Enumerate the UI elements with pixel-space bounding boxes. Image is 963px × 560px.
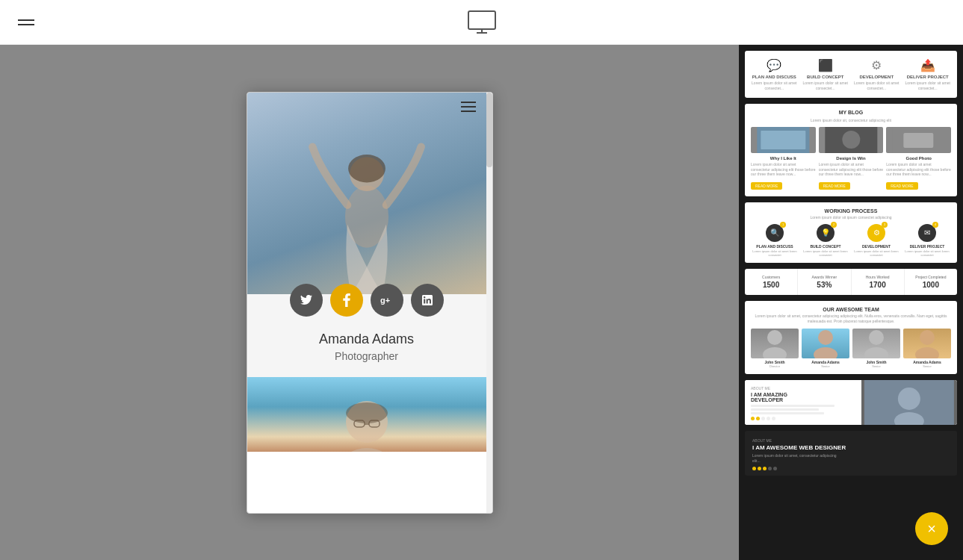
svg-point-24	[864, 347, 888, 358]
preview-card2	[247, 377, 486, 452]
fab-close-button[interactable]: ×	[915, 512, 948, 545]
linkedin-button[interactable]	[411, 284, 444, 317]
svg-point-9	[346, 402, 388, 423]
preview-scrollbar[interactable]	[486, 93, 492, 513]
blog-img-3	[886, 127, 951, 153]
blog-cap-2: Design Is Win Lorem ipsum dolor sit amet…	[819, 156, 884, 190]
stat-projects: Project Completed 1000	[905, 269, 957, 295]
svg-point-20	[763, 347, 787, 358]
team-member-2: Amanda Adams Senior	[802, 329, 849, 368]
block-card-blog[interactable]: MY BLOG Lorem ipsum dolor sit, consectet…	[745, 104, 957, 196]
preview-inner: g+ Amanda Adams Photographer	[247, 93, 486, 513]
svg-point-25	[920, 330, 935, 345]
blog-cap-3: Good Photo Lorem ipsum dolor sit amet co…	[886, 156, 951, 190]
team-member-3: John Smith Senior	[852, 329, 900, 368]
svg-rect-0	[468, 11, 495, 29]
social-icons: g+	[290, 284, 444, 317]
hero-image: g+	[247, 93, 486, 294]
process-item-3: ⚙ 3 DEVELOPMENT Lorem ipsum dolor sit am…	[852, 224, 900, 257]
process-item-2: 💡 2 BUILD CONCEPT Lorem ipsum dolor sit …	[802, 224, 849, 257]
dev-icon: ⚙	[853, 58, 900, 72]
block-item: ⬛ BUILD CONCEPT Lorem ipsum dolor sit am…	[802, 58, 849, 90]
googleplus-button[interactable]: g+	[371, 284, 403, 317]
team-member-4: Amanda Adams Senior	[903, 329, 951, 368]
block-card-working-process[interactable]: WORKING PROCESS Lorem ipsum dolor sit ip…	[745, 202, 957, 263]
svg-point-26	[915, 347, 939, 358]
svg-point-19	[767, 330, 782, 345]
svg-point-28	[898, 388, 920, 410]
deliver-icon: 📤	[905, 58, 952, 72]
profile-name: Amanda Adams	[262, 332, 471, 347]
svg-point-7	[341, 448, 393, 452]
blog-img-2	[819, 127, 884, 153]
block-item: ⚙ DEVELOPMENT Lorem ipsum dolor sit amet…	[853, 58, 900, 90]
stat-customers: Customers 1500	[745, 269, 798, 295]
block-card-about-1[interactable]: ABOUT ME I AM AMAZINGDEVELOPER	[745, 380, 957, 425]
preview-frame: g+ Amanda Adams Photographer	[247, 92, 493, 514]
block-item: 📤 DELIVER PROJECT Lorem ipsum dolor sit …	[905, 58, 952, 90]
svg-point-22	[814, 347, 837, 358]
menu-icon[interactable]	[18, 16, 34, 28]
process-item-4: ✉ 4 DELIVER PROJECT Lorem ipsum dolor si…	[903, 224, 951, 257]
team-member-1: John Smith Director	[751, 329, 799, 368]
block-card-process-1[interactable]: 💬 PLAN AND DISCUSS Lorem ipsum dolor sit…	[745, 51, 957, 98]
stat-awards: Awards Winner 53%	[798, 269, 851, 295]
block-card-about-2[interactable]: ABOUT ME I AM AWESOME WEB DESIGNER Lorem…	[745, 431, 957, 476]
chat-icon: 💬	[751, 58, 798, 72]
stats-row: Customers 1500 Awards Winner 53% Hours W…	[745, 269, 957, 295]
svg-text:g+: g+	[380, 296, 390, 305]
right-panel: Blocks All ▾ 💬 PLAN AND DISCUSS Lorem ip…	[739, 0, 963, 560]
svg-rect-18	[904, 133, 934, 148]
stat-hours: Hours Worked 1700	[852, 269, 905, 295]
block-card-team[interactable]: OUR AWESOME TEAM Lorem ipsum dolor sit a…	[745, 301, 957, 374]
panel-content: 💬 PLAN AND DISCUSS Lorem ipsum dolor sit…	[739, 45, 963, 488]
blog-cap-1: Why I Like It Lorem ipsum dolor sit amet…	[751, 156, 816, 190]
svg-point-23	[869, 330, 884, 345]
preview-nav	[461, 102, 476, 112]
svg-point-16	[842, 131, 860, 149]
block-item: 💬 PLAN AND DISCUSS Lorem ipsum dolor sit…	[751, 58, 798, 90]
hero-figure	[247, 93, 486, 294]
svg-point-5	[348, 155, 385, 182]
main-canvas: g+ Amanda Adams Photographer	[0, 45, 739, 560]
monitor-icon	[468, 10, 496, 34]
header	[0, 0, 963, 45]
facebook-button[interactable]	[330, 284, 363, 317]
process-item-1: 🔍 1 PLAN AND DISCUSS Lorem ipsum dolor s…	[751, 224, 799, 257]
profile-title: Photographer	[262, 350, 471, 362]
blog-img-1	[751, 127, 816, 153]
svg-point-21	[818, 330, 833, 345]
svg-rect-14	[761, 131, 805, 149]
scrollbar-thumb[interactable]	[486, 93, 492, 167]
twitter-button[interactable]	[290, 284, 323, 317]
block-card-stats[interactable]: Customers 1500 Awards Winner 53% Hours W…	[745, 269, 957, 295]
concept-icon: ⬛	[802, 58, 849, 72]
